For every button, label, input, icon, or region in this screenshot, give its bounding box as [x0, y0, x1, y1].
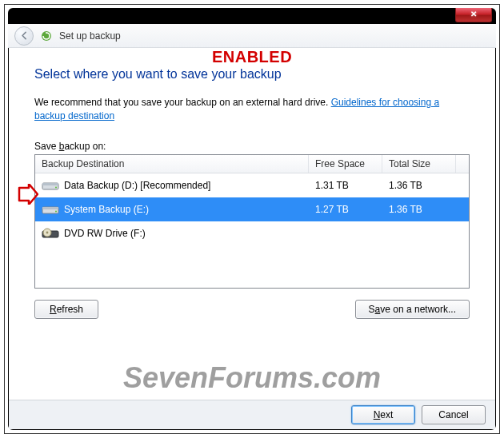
svg-point-9	[46, 231, 49, 233]
window-frame: ✕ Set up backup ENABLED Select where you…	[8, 8, 496, 430]
page-heading: Select where you want to save your backu…	[34, 67, 470, 82]
window-title: Set up backup	[59, 30, 121, 42]
back-button[interactable]	[14, 26, 34, 46]
col-header-destination[interactable]: Backup Destination	[35, 155, 309, 173]
footer-bar: Next Cancel	[9, 400, 495, 429]
drive-row[interactable]: Data Backup (D:) [Recommended]1.31 TB1.3…	[35, 173, 469, 197]
hard-drive-icon	[42, 179, 59, 192]
save-backup-on-label: Save backup on:	[34, 141, 470, 152]
backup-wizard-icon	[40, 30, 53, 42]
drive-list: Backup Destination Free Space Total Size…	[34, 154, 470, 289]
refresh-button[interactable]: Refresh	[34, 300, 98, 319]
save-on-network-button[interactable]: Save on a network...	[355, 300, 470, 319]
col-header-free-space[interactable]: Free Space	[309, 155, 382, 173]
svg-point-3	[55, 186, 57, 188]
svg-rect-2	[42, 183, 58, 185]
enabled-annotation: ENABLED	[9, 48, 495, 66]
drive-free-space: 1.31 TB	[309, 180, 382, 191]
content-area: ENABLED Select where you want to save yo…	[9, 48, 495, 400]
titlebar: ✕	[8, 8, 496, 24]
close-button[interactable]: ✕	[455, 8, 492, 22]
drive-name: Data Backup (D:) [Recommended]	[64, 180, 210, 191]
arrow-left-icon	[19, 30, 30, 41]
drive-total-size: 1.36 TB	[382, 204, 456, 215]
drive-row[interactable]: System Backup (E:)1.27 TB1.36 TB	[35, 197, 469, 221]
drive-total-size: 1.36 TB	[382, 180, 456, 191]
cancel-button[interactable]: Cancel	[422, 405, 486, 424]
drive-list-header: Backup Destination Free Space Total Size	[35, 155, 469, 173]
svg-rect-5	[42, 207, 58, 209]
drive-name: System Backup (E:)	[64, 204, 149, 215]
hard-drive-icon	[42, 203, 59, 216]
drive-free-space: 1.27 TB	[309, 204, 382, 215]
button-row: Refresh Save on a network...	[34, 300, 470, 319]
svg-point-6	[55, 210, 57, 212]
next-button[interactable]: Next	[351, 405, 415, 424]
drive-row[interactable]: DVD RW Drive (F:)	[35, 221, 469, 245]
header-strip: Set up backup	[8, 24, 496, 48]
drive-name: DVD RW Drive (F:)	[64, 228, 146, 239]
recommend-text: We recommend that you save your backup o…	[34, 96, 470, 123]
dvd-drive-icon	[42, 227, 59, 240]
recommend-text-body: We recommend that you save your backup o…	[34, 97, 331, 108]
col-header-total-size[interactable]: Total Size	[382, 155, 456, 173]
